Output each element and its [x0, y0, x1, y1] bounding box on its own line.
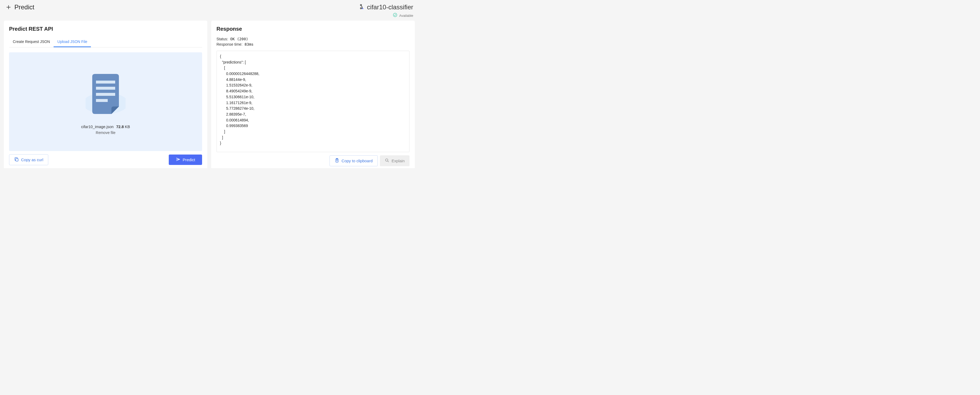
response-meta: Status: OK (200) Response time: 83ms: [216, 37, 409, 46]
file-dropzone[interactable]: cifar10_image.json 72.8 KB Remove file: [9, 52, 202, 151]
link-icon: [359, 3, 365, 11]
svg-point-3: [360, 8, 361, 9]
predict-actions: Copy as curl Predict: [9, 154, 202, 165]
svg-rect-10: [96, 99, 108, 102]
remove-file-link[interactable]: Remove file: [81, 131, 130, 135]
predict-button-label: Predict: [183, 157, 195, 162]
model-name: cifar10-classifier: [367, 3, 413, 11]
explain-button[interactable]: Explain: [380, 155, 409, 166]
svg-rect-9: [96, 93, 115, 96]
copy-to-clipboard-button[interactable]: Copy to clipboard: [329, 155, 378, 166]
status-row: Available: [393, 13, 413, 18]
response-panel-title: Response: [216, 26, 409, 32]
response-time-label: Response time:: [216, 42, 242, 46]
page-title: Predict: [14, 3, 34, 11]
svg-line-18: [388, 161, 389, 162]
file-size: 72.8 KB: [116, 125, 130, 129]
status-label: Status:: [216, 37, 228, 41]
tab-upload-json[interactable]: Upload JSON File: [54, 37, 91, 47]
predict-panel-title: Predict REST API: [9, 26, 202, 32]
svg-rect-8: [96, 87, 115, 90]
header-left: Predict: [5, 3, 34, 11]
content: Predict REST API Create Request JSON Upl…: [0, 21, 418, 168]
svg-rect-7: [96, 81, 115, 83]
tab-create-json[interactable]: Create Request JSON: [9, 37, 54, 47]
copy-clipboard-label: Copy to clipboard: [342, 158, 373, 163]
response-panel: Response Status: OK (200) Response time:…: [211, 21, 415, 168]
svg-rect-11: [16, 158, 18, 161]
predict-button[interactable]: Predict: [169, 155, 202, 165]
svg-point-5: [393, 13, 397, 17]
response-time-value: 83ms: [245, 42, 253, 46]
predict-panel: Predict REST API Create Request JSON Upl…: [4, 21, 207, 168]
file-name: cifar10_image.json: [81, 125, 114, 129]
copy-icon: [14, 157, 19, 163]
clipboard-icon: [334, 158, 339, 164]
page-header: Predict cifar10-classifier Available: [0, 0, 418, 21]
plus-icon: [5, 4, 12, 10]
header-right: cifar10-classifier Available: [359, 3, 413, 18]
file-info: cifar10_image.json 72.8 KB Remove file: [81, 125, 130, 135]
copy-as-curl-button[interactable]: Copy as curl: [9, 154, 48, 165]
status-label: Available: [399, 14, 413, 18]
file-icon: [86, 74, 126, 119]
check-circle-icon: [393, 13, 398, 18]
search-icon: [385, 158, 390, 164]
status-value: OK (200): [230, 37, 248, 41]
svg-point-2: [360, 5, 361, 6]
svg-point-17: [385, 159, 388, 161]
copy-as-curl-label: Copy as curl: [21, 157, 43, 162]
model-row: cifar10-classifier: [359, 3, 413, 11]
svg-point-4: [362, 8, 363, 9]
response-actions: Copy to clipboard Explain: [216, 155, 409, 166]
explain-label: Explain: [391, 158, 405, 163]
tabs: Create Request JSON Upload JSON File: [9, 37, 202, 48]
response-body[interactable]: { "predictions": [ [ 0.00000126448288, 4…: [216, 51, 409, 152]
send-icon: [176, 157, 180, 163]
